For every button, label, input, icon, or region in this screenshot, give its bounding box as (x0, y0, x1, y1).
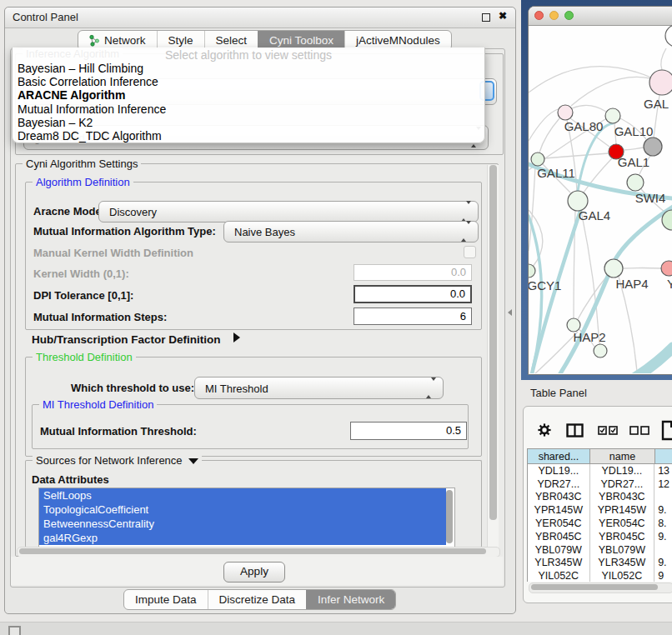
file-icon[interactable] (661, 420, 672, 441)
table-cell: YLR345W (590, 557, 655, 570)
table-cell: 9. (654, 503, 672, 517)
network-node[interactable] (627, 174, 644, 191)
table-row[interactable]: YIL052CYIL052C9 (528, 569, 672, 582)
table-cell: YLR345W (528, 557, 590, 570)
dpi-tolerance-field[interactable]: 0.0 (354, 285, 472, 303)
settings-vertical-scrollbar[interactable] (487, 165, 499, 548)
tab-discretize-data[interactable]: Discretize Data (208, 590, 307, 609)
table-row[interactable]: YPR145WYPR145W9. (528, 503, 672, 517)
network-edge[interactable] (572, 105, 606, 112)
dropdown-item[interactable]: Mutual Information Inference (13, 102, 484, 116)
network-edge[interactable] (529, 67, 651, 92)
which-threshold-combo[interactable]: MI Threshold (194, 377, 444, 399)
network-node[interactable] (661, 261, 672, 276)
network-edge[interactable] (581, 211, 599, 344)
table-row[interactable]: YLR345WYLR345W9. (528, 557, 672, 570)
network-node-label: Y (667, 277, 672, 291)
tab-impute-data[interactable]: Impute Data (124, 590, 208, 609)
tab-label: Impute Data (135, 591, 197, 608)
network-node[interactable] (604, 259, 623, 278)
network-edge[interactable] (539, 118, 559, 152)
table-row[interactable]: YBR045CYBR045C9. (528, 530, 672, 543)
network-edge[interactable] (544, 153, 609, 158)
network-node[interactable] (644, 138, 662, 156)
network-edge[interactable] (571, 77, 650, 106)
table-cell: YIL052C (528, 569, 590, 582)
attribute-list-item[interactable]: BetweennessCentrality (39, 517, 446, 531)
table-row[interactable]: YBL079WYBL079W (528, 543, 672, 557)
which-threshold-value: MI Threshold (205, 382, 268, 394)
sources-group-title-text: Sources for Network Inference (36, 454, 183, 467)
table-horizontal-scrollbar[interactable] (529, 582, 672, 593)
select-all-columns-icon[interactable] (598, 426, 619, 435)
mi-threshold-field[interactable]: 0.5 (350, 422, 467, 440)
data-attributes-list[interactable]: SelfLoopsTopologicalCoefficientBetweenne… (38, 488, 455, 548)
aracne-mode-combo[interactable]: Discovery (98, 201, 479, 222)
network-edge[interactable] (624, 148, 644, 150)
collapse-down-icon[interactable] (188, 458, 198, 464)
table-header-shared-name[interactable]: shared... (527, 448, 590, 464)
network-edge[interactable] (623, 268, 661, 269)
sources-group-title[interactable]: Sources for Network Inference (33, 454, 202, 467)
expand-right-icon[interactable] (233, 332, 240, 342)
attributes-scrollbar-thumb[interactable] (446, 490, 453, 543)
zoom-traffic-light[interactable] (564, 11, 574, 20)
network-node[interactable] (649, 70, 672, 95)
table-cell: YBL079W (528, 543, 590, 557)
float-window-icon[interactable] (482, 13, 490, 22)
column-browser-icon[interactable] (566, 423, 584, 438)
network-edge[interactable] (661, 48, 666, 70)
network-node[interactable] (605, 108, 620, 123)
mi-algorithm-type-combo[interactable]: Naive Bayes (223, 221, 479, 242)
network-window-titlebar[interactable] (529, 7, 672, 26)
dropdown-item[interactable]: Bayesian – Hill Climbing (13, 62, 484, 75)
table-horizontal-scrollbar-thumb[interactable] (531, 584, 658, 590)
mi-threshold-label: Mutual Information Threshold: (40, 425, 197, 438)
network-node[interactable] (529, 264, 535, 278)
network-node[interactable] (594, 344, 607, 358)
tab-infer-network[interactable]: Infer Network (306, 590, 395, 609)
attribute-list-item[interactable]: gal4RGexp (39, 531, 446, 545)
splitter-arrow-icon[interactable] (508, 309, 512, 316)
network-edge[interactable] (619, 277, 637, 372)
network-canvas[interactable]: GALGAL80GAL10GAL1GAL11SWI4GAL4GCY1HAP4YH… (529, 25, 672, 373)
attribute-list-item[interactable]: SelfLoops (39, 488, 446, 502)
table-cell: 9 (654, 569, 672, 582)
mi-steps-field[interactable]: 6 (354, 308, 472, 325)
network-view-window[interactable]: GALGAL80GAL10GAL1GAL11SWI4GAL4GCY1HAP4YH… (528, 6, 672, 375)
control-panel-titlebar[interactable]: Control Panel ✖ (5, 8, 515, 28)
close-icon[interactable]: ✖ (499, 10, 507, 22)
network-node[interactable] (665, 25, 672, 47)
table-row[interactable]: YDL19...YDL19...13 (528, 464, 672, 478)
dropdown-item[interactable]: ARACNE Algorithm (13, 88, 484, 102)
table-cell: 8. (654, 517, 672, 530)
network-node[interactable] (531, 152, 544, 166)
minimize-traffic-light[interactable] (549, 11, 559, 20)
table-row[interactable]: YBR043CYBR043C (528, 491, 672, 504)
apply-button[interactable]: Apply (223, 562, 285, 582)
network-node[interactable] (558, 105, 573, 120)
kernel-width-field[interactable]: 0.0 (354, 264, 472, 281)
table-header-name[interactable]: name (590, 448, 655, 464)
table-header-col3[interactable] (655, 448, 672, 464)
close-traffic-light[interactable] (534, 11, 544, 20)
dropdown-item[interactable]: Dream8 DC_TDC Algorithm (13, 129, 484, 142)
gear-icon[interactable] (538, 423, 551, 437)
table-cell: YIL052C (590, 569, 655, 582)
table-cell: YBR045C (528, 530, 590, 543)
manual-kernel-checkbox[interactable] (464, 246, 476, 258)
table-cell: 9. (654, 530, 672, 543)
settings-vertical-scrollbar-thumb[interactable] (489, 165, 497, 520)
table-cell: YPR145W (528, 503, 590, 517)
settings-horizontal-scrollbar-thumb[interactable] (19, 548, 486, 554)
table-cell: YER054C (590, 517, 655, 530)
deselect-all-columns-icon[interactable] (629, 426, 650, 435)
minimized-panel-icon[interactable] (8, 626, 21, 635)
table-row[interactable]: YDR27...YDR27...12 (528, 478, 672, 491)
table-row[interactable]: YER054CYER054C8. (528, 517, 672, 530)
network-icon (89, 34, 100, 47)
dropdown-item[interactable]: Basic Correlation Inference (13, 75, 484, 88)
attribute-list-item[interactable]: TopologicalCoefficient (39, 502, 446, 517)
hub-section-label[interactable]: Hub/Transcription Factor Definition (32, 333, 221, 346)
dropdown-item[interactable]: Bayesian – K2 (13, 116, 484, 129)
